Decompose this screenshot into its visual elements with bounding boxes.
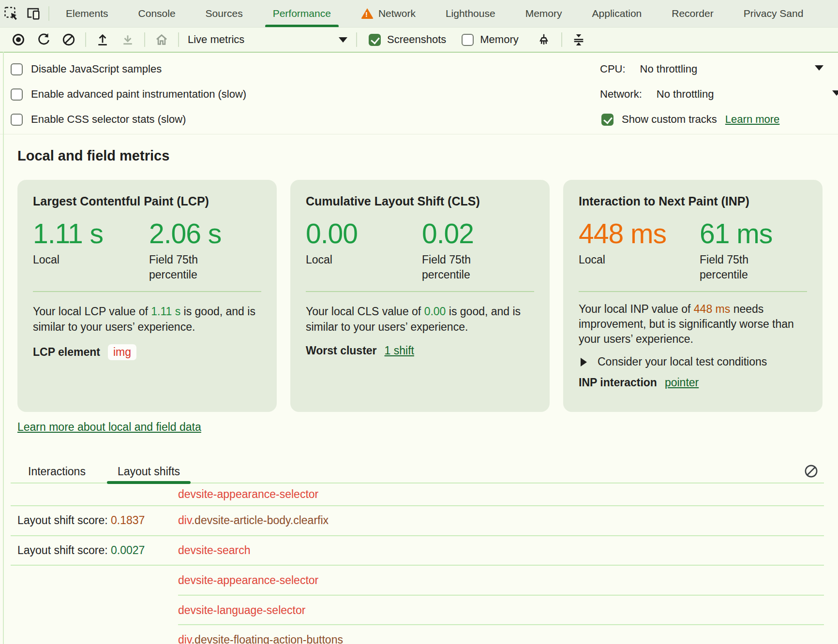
- tab-network[interactable]: Network: [348, 0, 428, 28]
- device-toolbar-icon[interactable]: [22, 2, 45, 25]
- consider-conditions-label: Consider your local test conditions: [598, 355, 767, 368]
- checkbox-label: Enable CSS selector stats (slow): [31, 113, 186, 126]
- cls-field-value: 0.02: [422, 219, 507, 249]
- inp-local-label: Local: [579, 252, 663, 267]
- disable-js-samples-checkbox[interactable]: Disable JavaScript samples: [11, 59, 162, 80]
- clear-log-icon[interactable]: [803, 463, 819, 479]
- checkbox-checked-icon: [601, 114, 614, 126]
- tab-label: Layout shifts: [118, 465, 180, 478]
- learn-more-field-data-link[interactable]: Learn more about local and field data: [17, 421, 201, 434]
- learn-more-link[interactable]: Learn more: [725, 113, 780, 126]
- inp-card: Interaction to Next Paint (INP) 448 ms L…: [563, 180, 823, 412]
- consider-conditions-disclosure[interactable]: Consider your local test conditions: [579, 355, 807, 368]
- desc-text: Your local CLS value of: [306, 305, 424, 318]
- worst-cluster-label: Worst cluster: [306, 344, 377, 357]
- record-icon[interactable]: [8, 30, 29, 49]
- download-profile-icon[interactable]: [117, 30, 138, 49]
- checkbox-unchecked-icon: [11, 114, 23, 126]
- element-link[interactable]: devsite-search: [178, 544, 251, 556]
- inp-field-value: 61 ms: [700, 219, 784, 249]
- memory-label: Memory: [480, 33, 518, 46]
- tab-recorder[interactable]: Recorder: [659, 0, 726, 28]
- tab-interactions[interactable]: Interactions: [17, 460, 96, 483]
- tab-memory[interactable]: Memory: [513, 0, 575, 28]
- reload-record-icon[interactable]: [33, 30, 54, 49]
- toolbar-separator: [144, 32, 145, 47]
- tab-label: Interactions: [28, 465, 86, 478]
- cls-card-title: Cumulative Layout Shift (CLS): [306, 193, 534, 209]
- tab-layout-shifts[interactable]: Layout shifts: [107, 460, 191, 483]
- lcp-local-label: Local: [33, 252, 118, 267]
- css-selector-stats-checkbox[interactable]: Enable CSS selector stats (slow): [11, 109, 186, 130]
- card-divider: [579, 291, 807, 292]
- view-mode-dropdown[interactable]: Live metrics: [188, 33, 347, 46]
- tab-label: Privacy Sand: [744, 8, 804, 19]
- checkbox-label: Enable advanced paint instrumentation (s…: [31, 88, 246, 101]
- element-link[interactable]: devsite-appearance-selector: [178, 488, 318, 500]
- performance-settings-pane: Disable JavaScript samples Enable advanc…: [0, 52, 838, 134]
- tab-elements[interactable]: Elements: [53, 0, 121, 28]
- network-throttling-select[interactable]: Network: No throttling: [600, 84, 714, 105]
- toolbar-separator: [85, 32, 86, 47]
- tab-performance[interactable]: Performance: [260, 0, 344, 28]
- inspect-element-icon[interactable]: [0, 2, 22, 25]
- toolbar-separator: [356, 32, 357, 47]
- advanced-paint-checkbox[interactable]: Enable advanced paint instrumentation (s…: [11, 84, 246, 105]
- desc-text: Your local INP value of: [579, 303, 694, 315]
- show-custom-tracks-checkbox[interactable]: Show custom tracks Learn more: [601, 109, 779, 130]
- inp-interaction-link[interactable]: pointer: [665, 376, 699, 389]
- layout-shift-row[interactable]: devsite-language-selector: [11, 596, 824, 626]
- layout-shift-row[interactable]: devsite-appearance-selector: [11, 483, 824, 506]
- screenshots-checkbox[interactable]: Screenshots: [369, 33, 446, 46]
- cls-card: Cumulative Layout Shift (CLS) 0.00 Local…: [290, 180, 550, 412]
- element-link[interactable]: devsite-appearance-selector: [178, 574, 318, 586]
- layout-shift-row[interactable]: Layout shift score: 0.0027 devsite-searc…: [11, 536, 824, 566]
- tab-privacy-sandbox[interactable]: Privacy Sand: [731, 0, 816, 28]
- desc-text: Your local LCP value of: [33, 305, 151, 318]
- lcp-card: Largest Contentful Paint (LCP) 1.11 s Lo…: [17, 180, 277, 412]
- gc-broom-icon[interactable]: [533, 30, 554, 49]
- tab-label: Sources: [206, 8, 243, 19]
- lcp-element-chip[interactable]: img: [108, 344, 136, 360]
- element-link[interactable]: devsite-language-selector: [178, 604, 305, 616]
- lcp-field-label: Field 75th percentile: [149, 252, 234, 282]
- home-icon[interactable]: [151, 30, 172, 49]
- layout-shift-row[interactable]: div.devsite-floating-action-buttons: [11, 625, 824, 644]
- metrics-heading: Local and field metrics: [17, 148, 169, 164]
- network-value: No throttling: [657, 88, 714, 101]
- tab-application[interactable]: Application: [580, 0, 655, 28]
- clear-icon[interactable]: [58, 30, 79, 49]
- tabbar-separator: [48, 6, 49, 21]
- element-link-classes[interactable]: .devsite-article-body.clearfix: [192, 514, 329, 527]
- desc-value: 0.00: [424, 305, 446, 318]
- tab-label: Elements: [66, 8, 108, 19]
- tab-label: Memory: [525, 8, 562, 19]
- lcp-description: Your local LCP value of 1.11 s is good, …: [33, 304, 261, 335]
- element-link[interactable]: div: [178, 514, 192, 527]
- collapse-panel-icon[interactable]: [568, 30, 589, 49]
- tab-lighthouse[interactable]: Lighthouse: [433, 0, 508, 28]
- worst-cluster-link[interactable]: 1 shift: [385, 344, 414, 357]
- score-label: Layout shift score:: [17, 544, 111, 556]
- log-tab-strip: Interactions Layout shifts: [11, 460, 824, 483]
- layout-shift-list: devsite-appearance-selector Layout shift…: [11, 483, 824, 644]
- lcp-card-title: Largest Contentful Paint (LCP): [33, 193, 261, 209]
- layout-shift-row[interactable]: Layout shift score: 0.1837 div.devsite-a…: [11, 506, 824, 536]
- score-value: 0.0027: [111, 544, 145, 556]
- element-link[interactable]: div: [178, 633, 192, 644]
- tab-console[interactable]: Console: [126, 0, 188, 28]
- checkbox-checked-icon: [369, 34, 381, 46]
- tab-sources[interactable]: Sources: [193, 0, 255, 28]
- inp-card-title: Interaction to Next Paint (INP): [579, 193, 807, 209]
- devtools-window: Elements Console Sources Performance Net…: [0, 0, 838, 644]
- layout-shift-row[interactable]: devsite-appearance-selector: [11, 566, 824, 596]
- card-divider: [306, 291, 534, 292]
- memory-checkbox[interactable]: Memory: [462, 33, 518, 46]
- lcp-field-value: 2.06 s: [149, 219, 234, 249]
- cpu-throttling-select[interactable]: CPU: No throttling: [600, 59, 697, 80]
- inp-description: Your local INP value of 448 ms needs imp…: [579, 302, 807, 347]
- chevron-down-icon[interactable]: [832, 90, 838, 96]
- chevron-down-icon[interactable]: [815, 65, 823, 71]
- element-link-classes[interactable]: .devsite-floating-action-buttons: [192, 633, 343, 644]
- upload-profile-icon[interactable]: [92, 30, 113, 49]
